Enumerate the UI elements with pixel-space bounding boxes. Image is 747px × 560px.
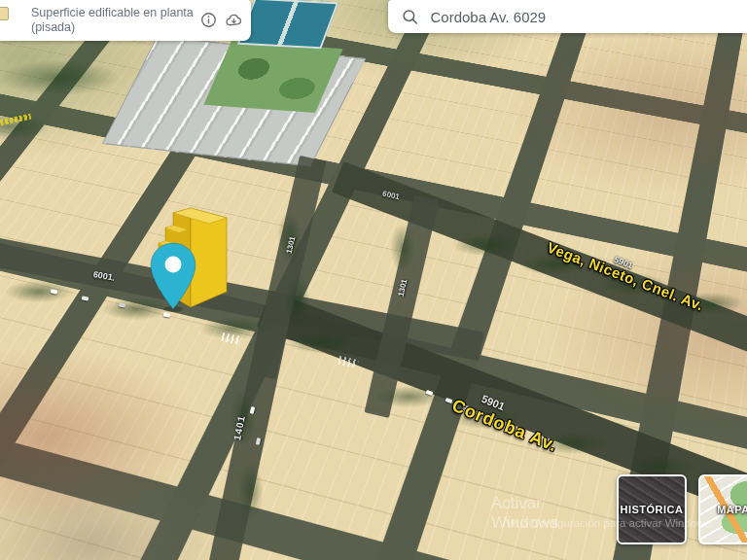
layer-color-swatch xyxy=(0,7,9,20)
crosswalk xyxy=(338,356,358,368)
cloud-download-icon[interactable] xyxy=(225,11,243,29)
search-input[interactable] xyxy=(428,8,737,26)
layer-title-line1: Superficie edificable en planta xyxy=(31,6,194,20)
street-number: 6001 xyxy=(381,190,400,202)
street-number: 6001. xyxy=(92,269,116,283)
street-1301-b xyxy=(364,194,439,418)
thumbnail-historica[interactable]: HISTÓRICA xyxy=(617,474,687,544)
thumbnail-mapa[interactable]: MAPA xyxy=(698,474,747,544)
car xyxy=(51,289,58,294)
street-avenue-6001 xyxy=(0,228,484,361)
thumbnail-historica-label: HISTÓRICA xyxy=(621,504,684,515)
street-label-fragment xyxy=(0,114,31,126)
car xyxy=(82,296,89,300)
car xyxy=(119,302,126,307)
layer-card: Superficie edificable en planta (pisada) xyxy=(0,0,251,41)
layer-title: Superficie edificable en planta (pisada) xyxy=(31,6,194,35)
search-icon xyxy=(402,8,418,26)
street-number: 1301 xyxy=(397,278,409,297)
layer-title-line2: (pisada) xyxy=(31,20,194,35)
info-icon[interactable] xyxy=(199,11,218,29)
street-number: 1301 xyxy=(285,235,298,254)
watermark-line1: Activar Windows xyxy=(491,494,558,533)
map-3d-view[interactable]: Vega, Niceto, Cnel. Av. 5901 Cordoba Av.… xyxy=(0,0,747,560)
search-bar[interactable] xyxy=(388,0,747,33)
sports-courts xyxy=(237,0,338,49)
car xyxy=(250,406,255,414)
car xyxy=(426,390,434,396)
car xyxy=(445,398,453,403)
street-number: 1401 xyxy=(231,414,247,441)
street-1401 xyxy=(203,321,289,560)
street-label-vega-niceto: Vega, Niceto, Cnel. Av. xyxy=(545,238,706,313)
street-1301-a xyxy=(249,156,326,379)
thumbnail-mapa-label: MAPA xyxy=(717,504,747,515)
crosswalk xyxy=(221,332,241,345)
car xyxy=(256,438,261,445)
location-pin[interactable] xyxy=(146,233,200,315)
